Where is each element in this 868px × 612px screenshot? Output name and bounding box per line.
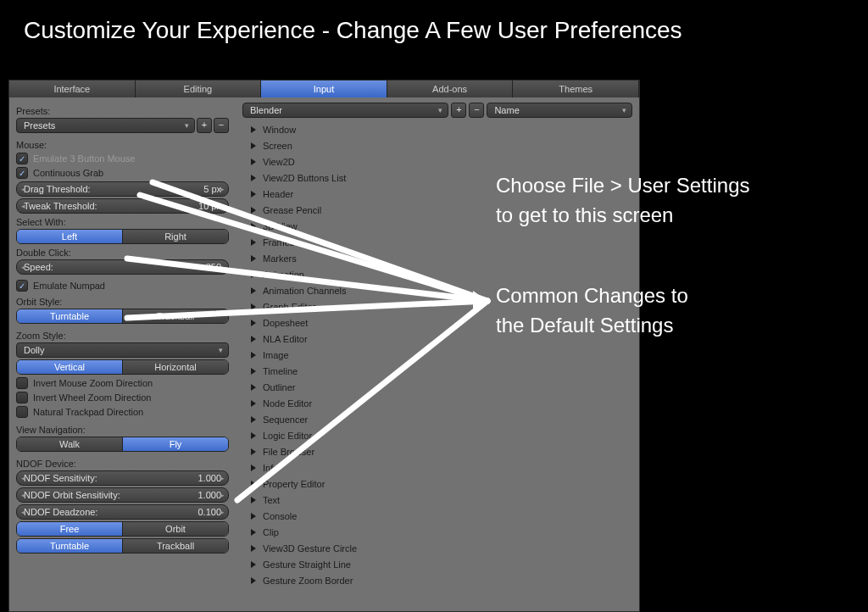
keymap-category[interactable]: Gesture Zoom Border: [242, 572, 632, 588]
keymap-remove-button[interactable]: −: [469, 103, 484, 118]
ndof-orbit-button[interactable]: Orbit: [122, 522, 228, 536]
tab-themes[interactable]: Themes: [513, 81, 639, 97]
checkbox-icon: [16, 406, 28, 418]
expand-triangle-icon[interactable]: [251, 416, 256, 423]
expand-triangle-icon[interactable]: [251, 320, 256, 326]
expand-triangle-icon[interactable]: [251, 271, 256, 278]
keymap-category[interactable]: Text: [242, 492, 632, 508]
keymap-category[interactable]: Frames: [242, 234, 632, 250]
double-click-speed-field[interactable]: ◂ Speed: 350 ▸: [16, 259, 229, 275]
preset-add-button[interactable]: +: [197, 118, 212, 133]
expand-triangle-icon[interactable]: [251, 223, 256, 230]
decrement-icon[interactable]: ◂: [19, 474, 27, 482]
keymap-category[interactable]: Window: [242, 121, 632, 137]
expand-triangle-icon[interactable]: [251, 126, 256, 133]
tab-editing[interactable]: Editing: [136, 81, 262, 97]
expand-triangle-icon[interactable]: [251, 481, 256, 487]
expand-triangle-icon[interactable]: [251, 207, 256, 214]
keymap-category[interactable]: View2D: [242, 153, 632, 170]
expand-triangle-icon[interactable]: [251, 142, 256, 149]
presets-dropdown[interactable]: Presets ▾: [16, 118, 195, 133]
expand-triangle-icon[interactable]: [251, 545, 256, 552]
invert-mouse-zoom-checkbox[interactable]: Invert Mouse Zoom Direction: [16, 377, 229, 389]
keymap-category[interactable]: Outliner: [242, 379, 632, 395]
expand-triangle-icon[interactable]: [251, 577, 256, 584]
expand-triangle-icon[interactable]: [251, 384, 256, 391]
expand-triangle-icon[interactable]: [251, 513, 256, 520]
tab-interface[interactable]: Interface: [9, 81, 136, 97]
keymap-category[interactable]: Animation: [242, 266, 632, 282]
nav-walk-button[interactable]: Walk: [17, 437, 122, 451]
natural-trackpad-checkbox[interactable]: Natural Trackpad Direction: [16, 406, 229, 418]
keymap-category[interactable]: Screen: [242, 137, 632, 153]
expand-triangle-icon[interactable]: [251, 465, 256, 471]
keymap-preset-dropdown[interactable]: Blender ▾: [242, 103, 448, 118]
increment-icon[interactable]: ▸: [218, 508, 226, 516]
zoom-horizontal-button[interactable]: Horizontal: [122, 360, 228, 374]
decrement-icon[interactable]: ◂: [19, 202, 27, 210]
keymap-category[interactable]: File Browser: [242, 443, 632, 459]
ndof-turntable-button[interactable]: Turntable: [17, 539, 122, 553]
keymap-category[interactable]: Markers: [242, 250, 632, 266]
keymap-category[interactable]: Gesture Straight Line: [242, 556, 632, 572]
decrement-icon[interactable]: ◂: [19, 263, 27, 271]
nav-fly-button[interactable]: Fly: [122, 437, 228, 451]
drag-threshold-field[interactable]: ◂ Drag Threshold: 5 px ▸: [16, 181, 229, 197]
expand-triangle-icon[interactable]: [251, 368, 256, 375]
expand-triangle-icon[interactable]: [251, 191, 256, 198]
keymap-filter-dropdown[interactable]: Name ▾: [487, 103, 632, 118]
expand-triangle-icon[interactable]: [251, 400, 256, 407]
increment-icon[interactable]: ▸: [218, 474, 226, 482]
keymap-category[interactable]: Image: [242, 347, 632, 363]
increment-icon[interactable]: ▸: [218, 263, 226, 271]
keymap-category[interactable]: View3D Gesture Circle: [242, 540, 632, 556]
expand-triangle-icon[interactable]: [251, 175, 256, 181]
keymap-category[interactable]: Info: [242, 459, 632, 476]
continuous-grab-checkbox[interactable]: Continuous Grab: [16, 167, 229, 179]
keymap-category[interactable]: Property Editor: [242, 476, 632, 492]
expand-triangle-icon[interactable]: [251, 287, 256, 294]
emulate-3button-checkbox[interactable]: Emulate 3 Button Mouse: [16, 153, 229, 164]
tab-input[interactable]: Input: [261, 81, 387, 97]
emulate-numpad-checkbox[interactable]: Emulate Numpad: [16, 280, 229, 292]
increment-icon[interactable]: ▸: [218, 491, 226, 499]
select-right-button[interactable]: Right: [122, 230, 228, 243]
ndof-deadzone-field[interactable]: ◂ NDOF Deadzone: 0.100 ▸: [16, 504, 229, 520]
expand-triangle-icon[interactable]: [251, 159, 256, 165]
ndof-trackball-button[interactable]: Trackball: [122, 539, 228, 553]
keymap-category[interactable]: Timeline: [242, 363, 632, 379]
keymap-category[interactable]: Node Editor: [242, 395, 632, 411]
zoom-style-dropdown[interactable]: Dolly ▾: [16, 342, 229, 358]
increment-icon[interactable]: ▸: [218, 185, 226, 193]
decrement-icon[interactable]: ◂: [19, 491, 27, 499]
keymap-category[interactable]: Sequencer: [242, 411, 632, 427]
orbit-trackball-button[interactable]: Trackball: [122, 309, 228, 323]
keymap-category[interactable]: Clip: [242, 524, 632, 540]
select-left-button[interactable]: Left: [17, 230, 122, 243]
zoom-vertical-button[interactable]: Vertical: [17, 360, 122, 374]
tab-addons[interactable]: Add-ons: [387, 81, 514, 97]
decrement-icon[interactable]: ◂: [19, 508, 27, 516]
ndof-orbit-sensitivity-field[interactable]: ◂ NDOF Orbit Sensitivity: 1.000 ▸: [16, 487, 229, 503]
expand-triangle-icon[interactable]: [251, 448, 256, 455]
expand-triangle-icon[interactable]: [251, 432, 256, 439]
keymap-category[interactable]: Console: [242, 508, 632, 524]
tweak-threshold-field[interactable]: ◂ Tweak Threshold: 10 px ▸: [16, 198, 229, 214]
expand-triangle-icon[interactable]: [251, 303, 256, 310]
ndof-free-button[interactable]: Free: [17, 522, 122, 536]
expand-triangle-icon[interactable]: [251, 561, 256, 568]
orbit-turntable-button[interactable]: Turntable: [17, 309, 122, 323]
expand-triangle-icon[interactable]: [251, 239, 256, 246]
ndof-sensitivity-field[interactable]: ◂ NDOF Sensitivity: 1.000 ▸: [16, 470, 229, 486]
expand-triangle-icon[interactable]: [251, 336, 256, 342]
expand-triangle-icon[interactable]: [251, 529, 256, 536]
expand-triangle-icon[interactable]: [251, 255, 256, 262]
expand-triangle-icon[interactable]: [251, 352, 256, 359]
keymap-add-button[interactable]: +: [451, 103, 466, 118]
invert-wheel-zoom-checkbox[interactable]: Invert Wheel Zoom Direction: [16, 392, 229, 403]
increment-icon[interactable]: ▸: [218, 202, 226, 210]
expand-triangle-icon[interactable]: [251, 497, 256, 504]
preset-remove-button[interactable]: −: [214, 118, 229, 133]
decrement-icon[interactable]: ◂: [19, 185, 27, 193]
keymap-category[interactable]: Logic Editor: [242, 427, 632, 443]
